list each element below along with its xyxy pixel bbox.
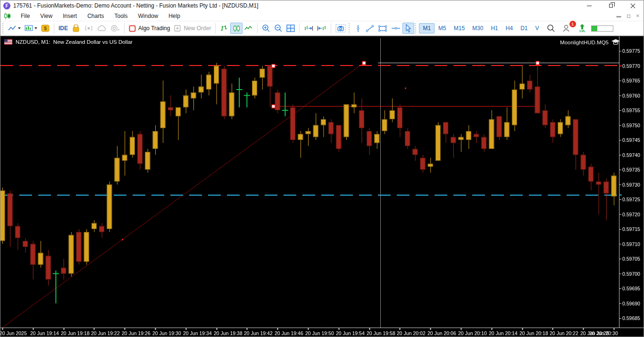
vertical-line-tool[interactable] (352, 23, 364, 34)
timeframe-h1[interactable]: H1 (487, 23, 502, 33)
time-axis-label: 20 Jun 20:30 (589, 330, 618, 336)
zoom-in-button[interactable] (260, 23, 272, 34)
chart-shift-button[interactable] (315, 23, 328, 34)
chart-type-dropdown[interactable] (6, 23, 23, 34)
child-minimize-icon[interactable]: ▬ (617, 14, 621, 18)
symbol-title: NZDUSD, M1: New Zealand Dollar vs US Dol… (16, 39, 133, 45)
price-axis-label: 0.59705 (622, 256, 640, 262)
child-restore-icon[interactable] (627, 15, 630, 18)
signals-button[interactable] (82, 23, 95, 34)
price-axis-label: 0.59715 (622, 226, 640, 232)
horizontal-line-tool[interactable] (389, 23, 402, 34)
menu-tools[interactable]: Tools (109, 12, 133, 20)
menu-view[interactable]: View (35, 12, 58, 20)
market-button[interactable] (70, 23, 82, 34)
notifications-button[interactable]: 1 (560, 23, 573, 34)
timeframe-v[interactable]: V (531, 23, 543, 33)
chevron-down-icon (34, 27, 37, 29)
price-axis-label: 0.59720 (622, 212, 640, 217)
price-axis-label: 0.59760 (622, 93, 640, 99)
menu-help[interactable]: Help (163, 12, 185, 20)
shopping-bag-icon (72, 25, 80, 33)
time-axis-label: 20 Jun 19:46 (275, 330, 303, 336)
algo-trading-toggle[interactable]: Algo Trading (127, 23, 172, 34)
line-chart-mode-button[interactable] (243, 23, 255, 34)
menu-insert[interactable]: Insert (58, 12, 82, 20)
zoom-out-button[interactable] (272, 23, 284, 34)
mt5-application-window: { "window": { "title": "175761 - FusionM… (0, 0, 644, 337)
indicators-dropdown[interactable] (23, 23, 39, 34)
toolbar-drag-handle[interactable] (349, 23, 351, 33)
progress-fill (592, 26, 597, 31)
time-axis-label: 20 Jun 19:58 (367, 330, 395, 336)
time-axis-label: 20 Jun 19:30 (152, 330, 181, 336)
price-axis-label: 0.59775 (622, 48, 640, 54)
scroll-to-end-icon (304, 25, 313, 32)
zoom-in-icon (262, 24, 270, 33)
vps-circles-icon (110, 25, 120, 32)
indicator-window-icon (25, 25, 33, 32)
price-chart-canvas[interactable] (0, 36, 644, 337)
child-close-icon[interactable]: ✕ (636, 14, 640, 18)
tile-windows-button[interactable] (284, 23, 297, 34)
cursor-arrow-icon (404, 24, 412, 33)
time-axis-label: 20 Jun 19:42 (244, 330, 273, 336)
search-button[interactable] (545, 23, 557, 34)
time-axis-label: 20 Jun 19:50 (305, 330, 334, 336)
signal-icon (84, 25, 93, 32)
chart-shift-icon (317, 25, 326, 32)
screenshot-button[interactable] (334, 23, 348, 34)
time-axis-label: 20 Jun 2025 (0, 330, 27, 336)
cloud-icon (97, 25, 107, 32)
candle-chart-mode-button[interactable] (230, 23, 243, 34)
auto-scroll-button[interactable] (302, 23, 315, 34)
time-axis-label: 20 Jun 20:06 (427, 330, 456, 336)
up-arrow-icon (579, 24, 585, 29)
notification-badge: 1 (569, 21, 576, 27)
trendline-icon (366, 25, 374, 33)
timeframe-m5[interactable]: M5 (435, 23, 450, 33)
restore-button[interactable] (600, 0, 622, 11)
price-axis-label: 0.59750 (622, 123, 640, 128)
time-axis-label: 20 Jun 19:54 (336, 330, 365, 336)
price-axis-label: 0.59685 (622, 315, 640, 321)
app-logo-icon: F (3, 2, 10, 9)
time-axis-label: 20 Jun 19:14 (30, 330, 59, 336)
symbol-flag-icon (4, 39, 12, 45)
deposit-button[interactable]: $ (39, 23, 51, 34)
progress-bar (591, 25, 613, 32)
toolbar-drag-handle[interactable] (2, 23, 4, 33)
horizontal-line-icon (391, 25, 401, 32)
dollar-coin-icon: $ (41, 25, 50, 32)
menu-charts[interactable]: Charts (82, 12, 109, 20)
minimize-button[interactable] (578, 0, 600, 11)
menu-window[interactable]: Window (133, 12, 164, 20)
ide-button[interactable]: IDE (57, 23, 70, 34)
timeframe-m1[interactable]: M1 (419, 23, 435, 33)
price-axis-label: 0.59690 (622, 301, 640, 306)
price-axis-label: 0.59770 (622, 63, 640, 69)
cursor-tool[interactable] (402, 23, 414, 34)
chart-header: NZDUSD, M1: New Zealand Dollar vs US Dol… (4, 39, 133, 45)
search-icon (547, 24, 555, 33)
menu-file[interactable]: File (16, 12, 35, 20)
camera-icon (335, 24, 346, 33)
timeframe-d1[interactable]: D1 (517, 23, 531, 33)
zigzag-line-icon (244, 25, 253, 32)
time-axis-label: 20 Jun 20:14 (489, 330, 518, 336)
vps-button[interactable] (109, 23, 122, 34)
cloud-button[interactable] (95, 23, 109, 34)
close-button[interactable] (622, 0, 644, 11)
lvl-button[interactable]: LVL (577, 23, 588, 34)
zoom-out-icon (274, 24, 283, 33)
chart-window: NZDUSD, M1: New Zealand Dollar vs US Dol… (0, 36, 644, 337)
channel-tool[interactable] (376, 23, 389, 34)
toolbar-drag-handle[interactable] (415, 23, 417, 33)
trendline-tool[interactable] (364, 23, 376, 34)
new-order-button[interactable]: New Order (172, 23, 213, 34)
bar-chart-mode-button[interactable] (218, 23, 230, 34)
timeframe-h4[interactable]: H4 (502, 23, 517, 33)
timeframe-m30[interactable]: M30 (468, 23, 487, 33)
graduation-cap-icon[interactable] (611, 39, 620, 46)
timeframe-m15[interactable]: M15 (450, 23, 468, 33)
